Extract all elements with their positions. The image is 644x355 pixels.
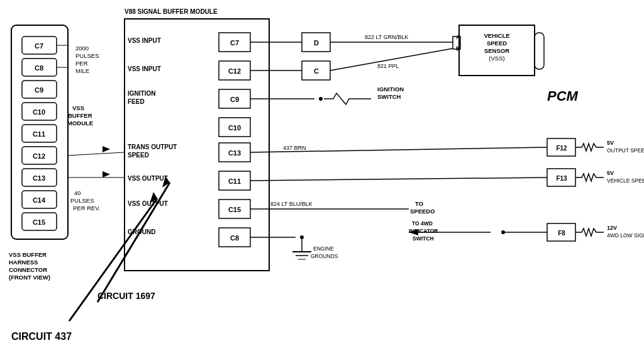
f8-resistor [575, 228, 604, 236]
f12-resistor [575, 144, 604, 151]
ignition-switch-symbol [324, 93, 371, 104]
module-vss-input-1: VSS INPUT [128, 37, 161, 44]
f13-resistor [575, 174, 604, 181]
module-ignition-feed: IGNITION [128, 90, 155, 97]
module-c15-label: C15 [228, 206, 241, 213]
svg-rect-35 [535, 33, 544, 69]
svg-text:FEED: FEED [128, 98, 145, 105]
circuit-437-arrow-line [69, 198, 157, 321]
circuit-1697-label: CIRCUIT 1697 [97, 291, 155, 301]
svg-text:PULSES: PULSES [70, 197, 94, 204]
svg-text:PER REV.: PER REV. [73, 205, 100, 211]
vss-buffer-module-label: VSS [72, 104, 84, 111]
ignition-switch-label: IGNITION [377, 86, 404, 93]
wire-437-label: 437 BRN [283, 145, 306, 151]
to-speedo-label: TO [415, 200, 423, 207]
module-title: V88 SIGNAL BUFFER MODULE [125, 8, 218, 15]
pcm-label: PCM [547, 88, 579, 104]
f13-signal-label: VEHICLE SPEED SIGNAL [607, 178, 644, 184]
wire-824-label: 824 LT BLU/BLK [270, 201, 313, 207]
module-c10-label: C10 [228, 124, 241, 132]
svg-text:HARNESS: HARNESS [9, 259, 38, 266]
pcm-f13-label: F13 [556, 175, 567, 182]
module-c12-label: C12 [228, 67, 241, 75]
svg-text:GROUNDS: GROUNDS [311, 253, 338, 259]
pcm-f12-label: F12 [556, 145, 567, 152]
f8-12v-label: 12V [607, 225, 617, 231]
wire-822-label: 822 LT GRN/BLK [365, 34, 408, 40]
left-c13-label: C13 [33, 174, 45, 182]
module-c9-label: C9 [230, 96, 239, 103]
svg-text:MILE: MILE [75, 67, 89, 74]
wiring-diagram: C7 C8 C9 C10 C11 C12 C13 C14 C15 VSS B [0, 0, 644, 355]
pulses-per-rev-label: 40 [74, 189, 81, 196]
pcm-f8-label: F8 [558, 230, 565, 237]
module-c7-label: C7 [230, 39, 239, 47]
svg-text:SPEED: SPEED [128, 152, 149, 159]
bracket-arrow-2 [103, 171, 110, 178]
c9-junction [319, 97, 323, 101]
pulses-per-mile-label: 2000 [75, 45, 89, 52]
vss-b-label: B [456, 45, 460, 52]
module-c11-label: C11 [228, 178, 241, 185]
f12-5v-label: 5V [607, 140, 614, 146]
svg-text:(FRONT VIEW): (FRONT VIEW) [9, 274, 50, 281]
module-vss-input-2: VSS INPUT [128, 65, 161, 72]
svg-text:CONNECTOR: CONNECTOR [9, 266, 47, 273]
module-vss-output-2: VSS OUTPUT [128, 200, 168, 207]
svg-text:PER: PER [75, 60, 88, 67]
bracket-arrow-1 [103, 146, 110, 152]
bracket-to-module-c13 [68, 152, 125, 155]
f13-5v-label: 5V [607, 170, 614, 176]
wire-821-label: 821 PPL [377, 63, 399, 69]
svg-text:PULSES: PULSES [75, 52, 99, 59]
f12-signal-label: OUTPUT SPEED SIGNAL [607, 147, 644, 154]
svg-text:SWITCH: SWITCH [413, 235, 434, 242]
svg-text:BUFFER: BUFFER [68, 112, 92, 119]
svg-text:MODULE: MODULE [67, 120, 93, 127]
left-c9-label: C9 [35, 86, 43, 94]
svg-text:SENSOR: SENSOR [484, 47, 509, 54]
connector-d-label: D [314, 39, 319, 47]
harness-connector-label: VSS BUFFER [9, 251, 47, 258]
left-c8-label: C8 [35, 64, 43, 72]
module-vss-output-1: VSS OUTPUT [128, 175, 168, 182]
svg-text:SPEED: SPEED [487, 40, 507, 47]
to-4wd-label: TO 4WD [412, 220, 433, 227]
svg-text:SWITCH: SWITCH [377, 93, 401, 100]
left-c10-label: C10 [33, 108, 45, 116]
svg-text:INDICATOR: INDICATOR [409, 228, 438, 234]
left-c14-label: C14 [33, 196, 46, 204]
vss-box-label: VEHICLE [484, 32, 509, 39]
f8-signal-label: 4WD LOW SIGNAL [607, 232, 644, 239]
vss-a-label: A [456, 34, 460, 40]
module-c13-label: C13 [228, 149, 241, 157]
left-c12-label: C12 [33, 152, 45, 160]
engine-grounds-label: ENGINE [313, 245, 334, 252]
c11-to-f13-wire [250, 178, 547, 181]
connector-c-label: C [314, 67, 319, 75]
module-c8-label: C8 [230, 234, 239, 242]
svg-text:(VSS): (VSS) [489, 55, 504, 62]
left-c15-label: C15 [33, 218, 45, 226]
left-c11-label: C11 [33, 130, 45, 138]
circuit-437-label: CIRCUIT 437 [11, 331, 72, 342]
svg-text:SPEEDO: SPEEDO [410, 208, 435, 215]
module-trans-output: TRANS OUTPUT [128, 144, 177, 150]
left-c7-label: C7 [35, 42, 43, 50]
